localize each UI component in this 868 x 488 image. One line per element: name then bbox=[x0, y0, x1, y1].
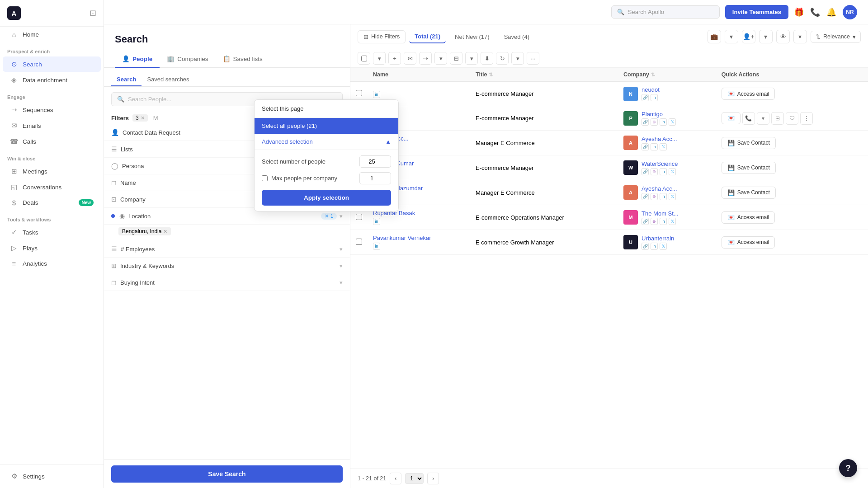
filter-industry[interactable]: ⊞ Industry & Keywords ▾ bbox=[104, 258, 350, 274]
sidebar-item-plays[interactable]: ▷ Plays bbox=[3, 240, 101, 256]
advanced-selection-header[interactable]: Advanced selection ▲ bbox=[255, 134, 398, 150]
company-twitter-icon[interactable]: 𝕏 bbox=[669, 118, 676, 126]
sidebar-item-home[interactable]: ⌂ Home bbox=[3, 27, 101, 42]
company-name[interactable]: WaterScience bbox=[642, 160, 678, 167]
company-twitter-icon[interactable]: 𝕏 bbox=[669, 193, 676, 200]
company-name[interactable]: The Mom St... bbox=[642, 210, 679, 217]
max-per-company-input[interactable] bbox=[359, 172, 391, 184]
select-all-input[interactable] bbox=[361, 56, 367, 61]
access-email-button[interactable]: 💌 bbox=[722, 112, 741, 124]
col-name-header[interactable]: Name bbox=[368, 68, 470, 82]
col-company-header[interactable]: Company ⇅ bbox=[618, 68, 716, 82]
toolbar-refresh-button[interactable]: ↻ bbox=[496, 52, 509, 65]
toolbar-sequence-dropdown[interactable]: ▾ bbox=[434, 52, 447, 65]
company-linkedin-icon[interactable]: in bbox=[660, 193, 667, 200]
company-extra-icon[interactable]: ⊕ bbox=[651, 168, 658, 175]
tab-saved-lists[interactable]: 📋 Saved lists bbox=[216, 51, 270, 68]
company-link-icon[interactable]: 🔗 bbox=[642, 118, 649, 126]
sidebar-item-data-enrichment[interactable]: ◈ Data enrichment bbox=[3, 72, 101, 88]
phone-action-button[interactable]: 📞 bbox=[742, 112, 755, 125]
search-sub-tab-saved[interactable]: Saved searches bbox=[142, 73, 194, 86]
company-linkedin-icon[interactable]: in bbox=[651, 243, 658, 250]
hide-filters-button[interactable]: ⊟ Hide Filters bbox=[358, 30, 406, 43]
company-link-icon[interactable]: 🔗 bbox=[642, 218, 649, 225]
select-all-checkbox[interactable] bbox=[358, 52, 370, 65]
company-name[interactable]: Plantigo bbox=[642, 111, 676, 117]
linkedin-icon[interactable]: in bbox=[373, 243, 380, 250]
location-badge-x[interactable]: ✕ bbox=[325, 213, 329, 219]
company-name[interactable]: Ayesha Acc... bbox=[642, 136, 677, 142]
tab-companies[interactable]: 🏢 Companies bbox=[160, 51, 215, 68]
company-extra-icon[interactable]: ⊕ bbox=[651, 118, 658, 126]
filter-action-button[interactable]: ⊟ bbox=[771, 112, 784, 125]
app-logo[interactable]: A bbox=[7, 6, 21, 20]
company-linkedin-icon[interactable]: in bbox=[660, 218, 667, 225]
sidebar-item-emails[interactable]: ✉ Emails bbox=[3, 118, 101, 133]
sidebar-item-search[interactable]: ⊙ Search bbox=[3, 56, 101, 72]
invite-teammates-button[interactable]: Invite Teammates bbox=[725, 5, 788, 19]
filter-buying-intent[interactable]: ◻ Buying Intent ▾ bbox=[104, 274, 350, 291]
toolbar-filter-button[interactable]: ⊟ bbox=[450, 52, 462, 65]
sidebar-item-settings[interactable]: ⚙ Settings bbox=[3, 469, 101, 484]
select-number-input[interactable] bbox=[359, 155, 391, 168]
company-link-icon[interactable]: 🔗 bbox=[642, 143, 649, 150]
toolbar-sequence-button[interactable]: ⇢ bbox=[419, 52, 432, 65]
company-name[interactable]: Urbanterrain bbox=[642, 235, 674, 242]
view-button[interactable]: 👁 bbox=[776, 30, 790, 43]
filter-employees[interactable]: ☰ # Employees ▾ bbox=[104, 241, 350, 258]
sidebar-item-conversations[interactable]: ◱ Conversations bbox=[3, 179, 101, 195]
company-twitter-icon[interactable]: 𝕏 bbox=[669, 218, 676, 225]
toolbar-email-button[interactable]: ✉ bbox=[404, 52, 416, 65]
select-all-people-option[interactable]: Select all people (21) bbox=[255, 118, 398, 134]
toolbar-refresh-dropdown[interactable]: ▾ bbox=[511, 52, 524, 65]
save-contact-button[interactable]: 💾 Save Contact bbox=[722, 162, 776, 174]
linkedin-icon[interactable]: in bbox=[373, 91, 380, 98]
search-apollo-input[interactable]: 🔍 Search Apollo bbox=[611, 5, 720, 19]
relevance-select[interactable]: ⇅ Relevance ▾ bbox=[811, 31, 861, 43]
sidebar-item-analytics[interactable]: ≡ Analytics bbox=[3, 256, 101, 271]
location-tag-bengaluru[interactable]: Bengaluru, India ✕ bbox=[118, 227, 171, 235]
more-action-button[interactable]: ⋮ bbox=[800, 112, 813, 125]
shield-action-button[interactable]: 🛡 bbox=[786, 112, 798, 125]
company-link-icon[interactable]: 🔗 bbox=[642, 193, 649, 200]
company-linkedin-icon[interactable]: in bbox=[660, 118, 667, 126]
gift-icon[interactable]: 🎁 bbox=[794, 7, 804, 17]
next-page-button[interactable]: › bbox=[427, 473, 439, 484]
add-contact-button[interactable]: 👤+ bbox=[742, 30, 755, 43]
company-extra-icon[interactable]: ⊕ bbox=[651, 193, 658, 200]
location-tag-remove-icon[interactable]: ✕ bbox=[163, 229, 167, 235]
user-avatar[interactable]: NR bbox=[843, 5, 857, 19]
company-name[interactable]: Ayesha Acc... bbox=[642, 185, 677, 192]
save-search-button[interactable]: Save Search bbox=[111, 465, 343, 483]
view-dropdown[interactable]: ▾ bbox=[793, 30, 807, 43]
add-contact-dropdown[interactable]: ▾ bbox=[759, 30, 773, 43]
phone-action-dropdown[interactable]: ▾ bbox=[757, 112, 769, 125]
sidebar-item-deals[interactable]: $ Deals New bbox=[3, 195, 101, 210]
toolbar-more-button[interactable]: ··· bbox=[527, 52, 539, 65]
location-filter-badge[interactable]: ✕ 1 bbox=[321, 213, 337, 220]
company-link-icon[interactable]: 🔗 bbox=[642, 168, 649, 175]
save-contact-button[interactable]: 💾 Save Contact bbox=[722, 137, 776, 149]
filter-clear-icon[interactable]: ✕ bbox=[141, 115, 145, 121]
result-dropdown-button[interactable]: ▾ bbox=[725, 30, 738, 43]
toolbar-filter-dropdown[interactable]: ▾ bbox=[465, 52, 478, 65]
row-checkbox[interactable] bbox=[356, 214, 362, 220]
sidebar-item-tasks[interactable]: ✓ Tasks bbox=[3, 225, 101, 240]
company-linkedin-icon[interactable]: in bbox=[660, 168, 667, 175]
help-button[interactable]: ? bbox=[839, 459, 857, 477]
sidebar-item-meetings[interactable]: ⊞ Meetings bbox=[3, 164, 101, 179]
row-checkbox[interactable] bbox=[356, 90, 362, 96]
tab-people[interactable]: 👤 People bbox=[115, 51, 160, 68]
sidebar-item-sequences[interactable]: ⇢ Sequences bbox=[3, 102, 101, 117]
filter-count-badge[interactable]: 3 ✕ bbox=[132, 114, 148, 122]
search-sub-tab-search[interactable]: Search bbox=[111, 73, 142, 86]
result-tab-total[interactable]: Total (21) bbox=[409, 30, 446, 43]
bell-icon[interactable]: 🔔 bbox=[826, 7, 836, 17]
access-email-button[interactable]: 💌 Access email bbox=[722, 236, 775, 249]
result-tab-net-new[interactable]: Net New (17) bbox=[449, 31, 495, 43]
company-link-icon[interactable]: 🔗 bbox=[642, 243, 649, 250]
company-extra-icon[interactable]: ⊕ bbox=[651, 218, 658, 225]
max-per-company-checkbox[interactable] bbox=[262, 175, 268, 181]
company-linkedin-icon[interactable]: in bbox=[651, 143, 658, 150]
sidebar-collapse-button[interactable]: ⊡ bbox=[90, 8, 96, 18]
